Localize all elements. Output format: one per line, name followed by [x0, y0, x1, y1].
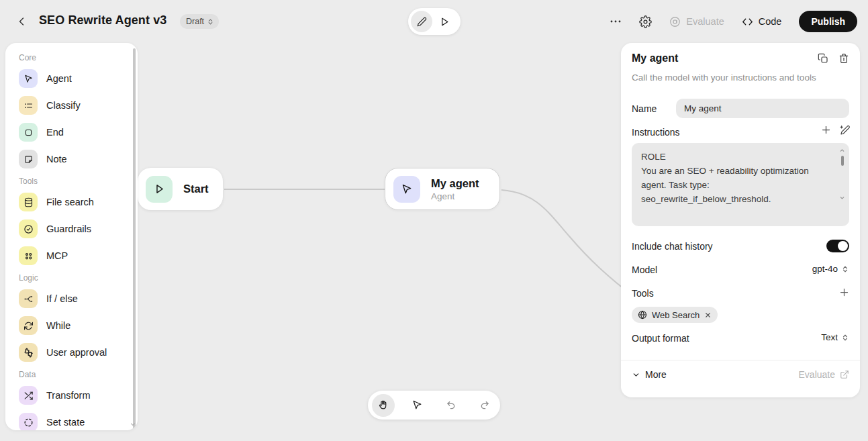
publish-button[interactable]: Publish — [799, 11, 857, 32]
sidebar-item-transform[interactable]: Transform — [19, 386, 91, 405]
cursor-icon — [393, 176, 420, 203]
tools-label: Tools — [632, 288, 654, 299]
loop-icon — [19, 316, 38, 335]
dashed-circle-icon — [19, 413, 38, 430]
canvas-toolbar — [368, 391, 500, 420]
sidebar-item-set-state[interactable]: Set state — [19, 413, 85, 430]
scroll-down-icon[interactable] — [839, 195, 845, 201]
chevron-updown-icon — [841, 265, 849, 273]
sidebar-item-classify[interactable]: Classify — [19, 96, 81, 115]
duplicate-icon[interactable] — [818, 53, 828, 64]
branch-icon — [19, 289, 38, 308]
sidebar-item-note[interactable]: Note — [19, 150, 67, 168]
database-icon — [19, 193, 38, 211]
redo-button[interactable] — [473, 394, 496, 417]
section-core: Core — [19, 53, 36, 62]
evaluate-label: Evaluate — [686, 16, 724, 27]
external-link-icon — [840, 370, 849, 379]
code-icon — [742, 16, 753, 28]
cursor-icon — [412, 399, 423, 411]
divider — [621, 360, 860, 360]
generate-wand-icon[interactable] — [840, 125, 851, 136]
sidebar-scrollbar[interactable] — [133, 48, 136, 430]
agent-node-title: My agent — [431, 177, 479, 190]
gear-icon[interactable] — [639, 15, 652, 28]
output-format-select[interactable]: Text — [821, 332, 849, 342]
evaluate-icon — [669, 16, 681, 28]
back-icon[interactable] — [15, 15, 28, 28]
pencil-icon — [417, 17, 427, 27]
tool-chip-label: Web Search — [652, 310, 700, 320]
evaluate-menu[interactable]: Evaluate — [669, 16, 724, 28]
play-icon — [146, 176, 173, 203]
sidebar-item-if-else[interactable]: If / else — [19, 289, 78, 308]
scroll-up-icon[interactable] — [839, 148, 845, 154]
tool-chip-web-search[interactable]: Web Search — [632, 307, 718, 323]
output-format-label: Output format — [632, 333, 689, 344]
node-palette-sidebar: Core Agent Classify End Note Tools File … — [5, 43, 138, 430]
remove-tool-icon[interactable] — [704, 311, 712, 319]
instructions-textarea[interactable]: ROLE You are an SEO + readability optimi… — [632, 143, 849, 226]
add-instruction-icon[interactable] — [821, 125, 831, 136]
include-chat-history-label: Include chat history — [632, 241, 713, 252]
model-select[interactable]: gpt-4o — [812, 264, 849, 274]
start-node-label: Start — [183, 183, 209, 195]
agent-node-subtitle: Agent — [431, 191, 479, 201]
more-label: More — [645, 369, 667, 380]
chevron-updown-icon — [207, 18, 214, 26]
shuffle-icon — [19, 386, 38, 405]
preview-mode-button[interactable] — [434, 11, 455, 32]
redo-icon — [479, 400, 490, 411]
undo-icon — [446, 400, 456, 411]
classify-list-icon — [19, 96, 38, 115]
status-badge-label: Draft — [186, 17, 204, 26]
trash-icon[interactable] — [838, 53, 849, 64]
sidebar-item-agent[interactable]: Agent — [19, 69, 72, 88]
shield-check-icon — [19, 219, 38, 238]
four-dots-icon — [19, 246, 38, 265]
cursor-icon — [19, 69, 38, 88]
code-label: Code — [759, 16, 782, 27]
sidebar-item-while[interactable]: While — [19, 316, 70, 335]
page-title: SEO Rewrite Agent v3 — [39, 13, 166, 28]
output-format-value: Text — [821, 332, 838, 342]
add-tool-icon[interactable] — [839, 287, 849, 297]
top-bar: SEO Rewrite Agent v3 Draft Evaluate Code… — [0, 0, 868, 43]
evaluate-link[interactable]: Evaluate — [799, 369, 849, 380]
inspector-title: My agent — [632, 52, 678, 64]
pan-tool-button[interactable] — [372, 394, 395, 417]
more-options-icon[interactable] — [610, 15, 622, 28]
sidebar-item-file-search[interactable]: File search — [19, 193, 94, 211]
select-tool-button[interactable] — [405, 394, 428, 417]
sidebar-item-user-approval[interactable]: User approval — [19, 343, 107, 362]
play-icon — [440, 17, 450, 27]
include-chat-history-toggle[interactable] — [826, 240, 849, 252]
inspector-description: Call the model with your instructions an… — [632, 72, 816, 83]
section-data: Data — [19, 370, 36, 379]
thumbs-icon — [19, 343, 38, 362]
status-badge[interactable]: Draft — [180, 14, 219, 29]
section-logic: Logic — [19, 273, 38, 283]
note-icon — [19, 150, 38, 168]
instructions-label: Instructions — [632, 127, 680, 138]
agent-node[interactable]: My agent Agent — [385, 168, 500, 210]
section-tools: Tools — [19, 177, 38, 186]
edit-mode-button[interactable] — [411, 11, 432, 32]
undo-button[interactable] — [440, 394, 463, 417]
chevron-down-icon — [632, 371, 640, 379]
mode-switcher — [408, 8, 461, 35]
sidebar-item-end[interactable]: End — [19, 123, 64, 142]
name-input[interactable] — [676, 99, 849, 118]
sidebar-item-mcp[interactable]: MCP — [19, 246, 68, 265]
hand-icon — [378, 399, 389, 411]
model-value: gpt-4o — [812, 264, 838, 274]
start-node[interactable]: Start — [138, 168, 223, 210]
sidebar-item-guardrails[interactable]: Guardrails — [19, 219, 91, 238]
instructions-scrollbar[interactable] — [841, 156, 844, 166]
inspector-panel: My agent Call the model with your instru… — [621, 43, 860, 397]
more-expander[interactable]: More — [632, 369, 667, 380]
evaluate-link-label: Evaluate — [799, 369, 835, 380]
chevron-updown-icon — [841, 334, 849, 342]
name-label: Name — [632, 103, 657, 114]
code-menu[interactable]: Code — [742, 16, 782, 28]
